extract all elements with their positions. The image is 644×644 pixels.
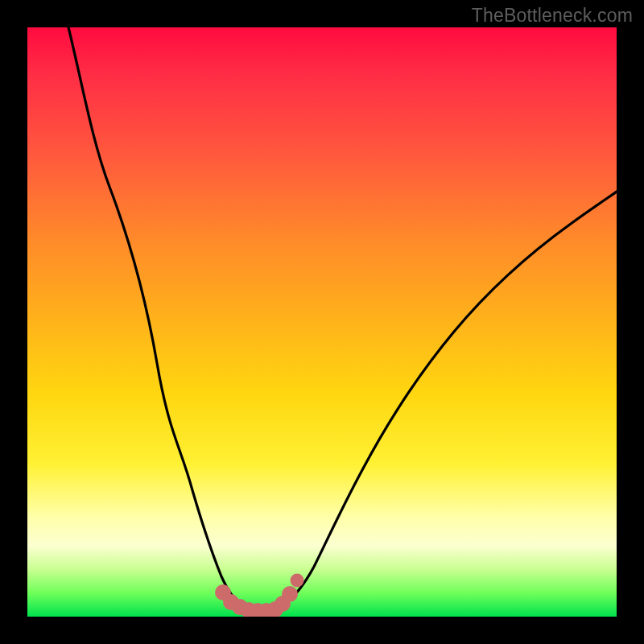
svg-point-9 bbox=[291, 574, 304, 588]
watermark-text: TheBottleneck.com bbox=[472, 5, 633, 27]
bottleneck-curve bbox=[68, 27, 617, 610]
bottleneck-curve-svg bbox=[27, 27, 617, 617]
svg-point-8 bbox=[282, 586, 298, 602]
chart-frame: TheBottleneck.com bbox=[0, 0, 644, 644]
optimal-region-markers bbox=[215, 574, 304, 617]
plot-area bbox=[27, 27, 617, 617]
